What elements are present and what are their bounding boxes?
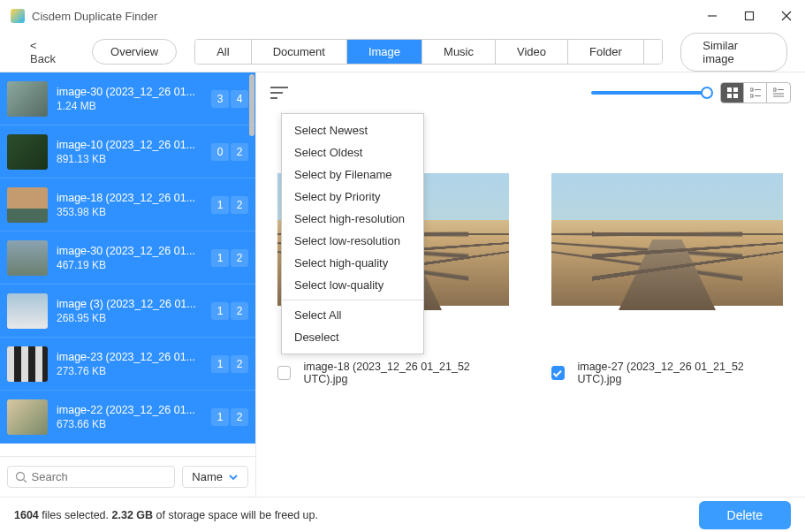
badge-selected-count: 1 — [211, 302, 229, 320]
badge-total-count: 4 — [231, 90, 248, 108]
badge-total-count: 2 — [231, 302, 248, 320]
sort-label: Name — [192, 470, 223, 483]
list-thumb — [7, 346, 48, 382]
svg-rect-11 — [727, 94, 732, 98]
svg-rect-10 — [733, 87, 738, 92]
svg-rect-9 — [727, 87, 732, 92]
footer-status: 1604 files selected. 2.32 GB of storage … — [14, 509, 318, 521]
list-thumb — [7, 293, 48, 329]
titlebar: Cisdem Duplicate Finder — [0, 0, 805, 32]
app-title: Cisdem Duplicate Finder — [32, 10, 157, 23]
list-item[interactable]: image-18 (2023_12_26 01... 353.98 KB 1 2 — [0, 179, 255, 232]
maximize-button[interactable] — [741, 8, 757, 24]
menu-item[interactable]: Select low-resolution — [282, 230, 423, 252]
menu-item[interactable]: Select high-quality — [282, 252, 423, 274]
list-item-size: 673.66 KB — [57, 418, 211, 430]
footer: 1604 files selected. 2.32 GB of storage … — [0, 497, 805, 532]
list-item-size: 1.24 MB — [57, 100, 211, 112]
close-button[interactable] — [778, 8, 794, 24]
tab-image[interactable]: Image — [347, 40, 422, 64]
svg-point-4 — [17, 472, 25, 480]
svg-rect-14 — [750, 95, 753, 97]
list-item-name: image-30 (2023_12_26 01... — [57, 245, 211, 257]
list-thumb — [7, 134, 48, 170]
similar-image-button[interactable]: Similar image — [680, 33, 787, 72]
badge-total-count: 2 — [231, 408, 248, 426]
view-list-button[interactable] — [767, 83, 790, 103]
list-item-name: image-30 (2023_12_26 01... — [57, 86, 211, 98]
overview-button[interactable]: Overview — [92, 39, 177, 65]
badge-total-count: 2 — [231, 196, 248, 214]
view-grid-button[interactable] — [721, 83, 744, 103]
view-compact-button[interactable] — [744, 83, 767, 103]
list-item-size: 273.76 KB — [57, 365, 211, 377]
list-item-name: image-18 (2023_12_26 01... — [57, 192, 211, 204]
minimize-button[interactable] — [704, 8, 720, 24]
badge-selected-count: 1 — [211, 355, 229, 373]
preview-image-right[interactable] — [551, 173, 783, 306]
menu-item[interactable]: Select low-quality — [282, 274, 423, 296]
delete-button[interactable]: Delete — [699, 501, 791, 529]
svg-rect-1 — [746, 12, 754, 20]
list-item-size: 353.98 KB — [57, 206, 211, 218]
search-box[interactable] — [7, 466, 175, 488]
list-thumb — [7, 399, 48, 435]
search-icon — [15, 471, 27, 483]
badge-selected-count: 1 — [211, 249, 229, 267]
menu-item[interactable]: Select high-resolution — [282, 208, 423, 230]
svg-rect-13 — [750, 88, 753, 91]
svg-rect-12 — [733, 94, 738, 98]
duplicate-list[interactable]: image-30 (2023_12_26 01... 1.24 MB 3 4 i… — [0, 72, 255, 444]
tab-document[interactable]: Document — [252, 40, 347, 64]
list-thumb — [7, 81, 48, 117]
search-input[interactable] — [32, 470, 168, 483]
menu-item[interactable]: Select Oldest — [282, 141, 423, 163]
list-item[interactable]: image-10 (2023_12_26 01... 891.13 KB 0 2 — [0, 125, 255, 179]
list-thumb — [7, 187, 48, 223]
sort-select[interactable]: Name — [182, 466, 248, 488]
list-item[interactable]: image-30 (2023_12_26 01... 1.24 MB 3 4 — [0, 72, 255, 125]
menu-item[interactable]: Select Newest — [282, 119, 423, 141]
list-item-name: image-10 (2023_12_26 01... — [57, 139, 211, 151]
menu-item[interactable]: Select by Priority — [282, 186, 423, 208]
filter-menu-button[interactable] — [270, 86, 288, 100]
badge-selected-count: 3 — [211, 90, 229, 108]
back-button[interactable]: < Back — [18, 34, 74, 71]
list-item[interactable]: image (3) (2023_12_26 01... 268.95 KB 1 … — [0, 285, 255, 338]
list-item-size: 467.19 KB — [57, 259, 211, 271]
preview-filename-left: image-18 (2023_12_26 01_21_52 UTC).jpg — [303, 361, 509, 385]
tab-all[interactable]: All — [195, 40, 251, 64]
badge-total-count: 2 — [231, 355, 248, 373]
slider-thumb[interactable] — [701, 87, 713, 99]
tab-other[interactable]: Other — [644, 40, 663, 64]
checkbox-right[interactable] — [551, 366, 565, 380]
checkbox-left[interactable] — [277, 366, 291, 380]
menu-item[interactable]: Select by Filename — [282, 163, 423, 186]
svg-rect-17 — [773, 88, 776, 91]
app-icon — [11, 9, 25, 23]
tab-folder[interactable]: Folder — [568, 40, 644, 64]
preview-card-right: image-27 (2023_12_26 01_21_52 UTC).jpg — [551, 113, 783, 497]
scrollbar-thumb[interactable] — [249, 74, 254, 136]
menu-item[interactable]: Deselect — [282, 326, 423, 348]
sidebar: image-30 (2023_12_26 01... 1.24 MB 3 4 i… — [0, 72, 256, 497]
tab-music[interactable]: Music — [422, 40, 496, 64]
badge-selected-count: 1 — [211, 196, 229, 214]
tab-video[interactable]: Video — [496, 40, 568, 64]
list-item-size: 891.13 KB — [57, 153, 211, 165]
toolbar: < Back Overview All Document Image Music… — [0, 32, 805, 72]
list-item-name: image (3) (2023_12_26 01... — [57, 298, 211, 310]
list-item[interactable]: image-22 (2023_12_26 01... 673.66 KB 1 2 — [0, 391, 255, 444]
badge-selected-count: 1 — [211, 408, 229, 426]
list-item-size: 268.95 KB — [57, 312, 211, 324]
menu-divider — [282, 300, 423, 300]
tab-group: All Document Image Music Video Folder Ot… — [194, 39, 663, 65]
badge-total-count: 2 — [231, 249, 248, 267]
list-item-name: image-22 (2023_12_26 01... — [57, 404, 211, 416]
list-item[interactable]: image-23 (2023_12_26 01... 273.76 KB 1 2 — [0, 338, 255, 391]
list-item[interactable]: image-30 (2023_12_26 01... 467.19 KB 1 2 — [0, 232, 255, 285]
chevron-down-icon — [228, 472, 239, 483]
zoom-slider[interactable] — [591, 91, 706, 95]
menu-item[interactable]: Select All — [282, 304, 423, 326]
preview-filename-right: image-27 (2023_12_26 01_21_52 UTC).jpg — [577, 361, 783, 385]
